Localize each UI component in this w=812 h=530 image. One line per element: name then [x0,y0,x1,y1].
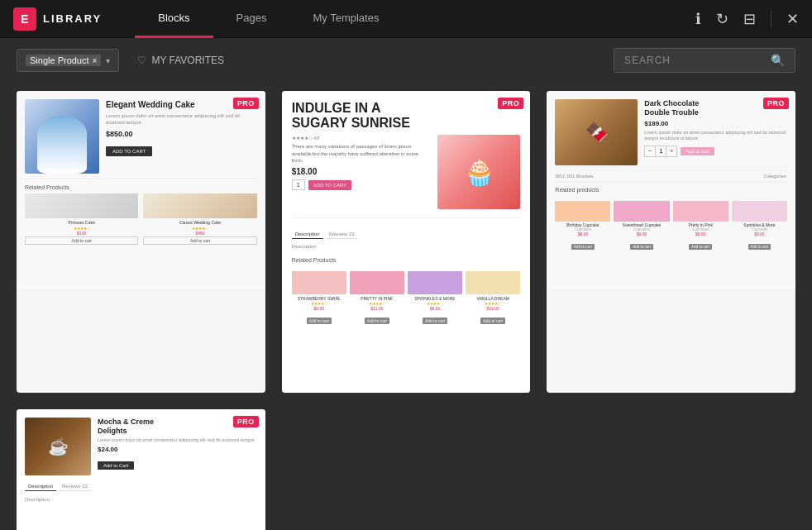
refresh-icon[interactable]: ↻ [716,10,728,28]
search-icon[interactable]: 🔍 [771,54,785,67]
add-to-cart-btn-1[interactable]: ADD TO CART [106,146,152,156]
tab-blocks[interactable]: Blocks [135,0,213,38]
card2-cart-btn[interactable]: ADD TO CART [308,180,351,190]
related-name-2: Classic Wedding Cake [143,220,256,225]
card2-desc: There are many variations of passages of… [292,143,430,164]
card2-divider [292,217,521,218]
card2-rating: ★★★★☆ 48 [292,135,430,141]
card2-related-grid: STRAWBERRY SWIRL ★★★★☆ $9.00 Add to cart… [292,271,521,326]
card2-rel-price-4: $10.00 [466,306,520,311]
qty-plus-icon[interactable]: + [666,146,676,156]
tab-my-templates[interactable]: My Templates [289,0,402,38]
content-area: PRO Elegant Wedding Cake Lorem ipsum dol… [0,83,812,530]
card3-preview: 🍫 Dark ChocolateDouble Trouble $189.00 L… [547,91,795,289]
card2-qty-cart: 1 ADD TO CART [292,179,430,190]
related-items-1: Princess Cake ★★★★☆ $120 Add to cart Cla… [25,193,257,245]
card2-rel-price-3: $8.00 [408,306,462,311]
card2-rel-img-1 [292,271,346,294]
card3-rel-price-3: $9.00 [673,232,728,236]
card3-rel-btn-1[interactable]: Add to cart [571,244,595,250]
related-name-1: Princess Cake [25,220,138,225]
header: E LIBRARY Blocks Pages My Templates ℹ ↻ … [0,0,812,38]
filter-dropdown[interactable]: Single Product × ▾ [17,49,119,72]
card1-related: Related Products Princess Cake ★★★★☆ $12… [25,179,257,245]
pro-badge-1: PRO [233,98,259,109]
card3-qty-stepper[interactable]: − 1 + [644,146,677,157]
card2-rel-btn-1[interactable]: Add to cart [307,318,332,324]
card3-categories: Categories: [764,174,787,179]
card2-preview: INDULGE IN ASUGARY SUNRISE ★★★★☆ 48 Ther… [282,91,531,393]
card2-related-title: Related Products [292,257,521,263]
card3-rel-img-1 [555,201,610,222]
card2-price: $18.00 [292,167,430,176]
card2-rel-btn-2[interactable]: Add to cart [365,318,389,324]
tag-close-icon[interactable]: × [93,56,98,65]
card2-right: 🧁 [437,135,520,209]
template-card-1[interactable]: PRO Elegant Wedding Cake Lorem ipsum dol… [17,91,265,393]
cake-image [25,99,99,174]
filter-tag: Single Product × [26,55,101,66]
card3-rel-btn-3[interactable]: Add to cart [689,244,712,250]
toolbar: Single Product × ▾ ♡ MY FAVORITES 🔍 [0,38,812,83]
card2-rel-btn-3[interactable]: Add to cart [423,318,447,324]
card3-rel-1: Birthday Cupcake Cupcakes $8.00 Add to c… [555,201,610,251]
card3-meta-bar: SKU: 001 Reviews Categories: [555,170,787,182]
card2-rel-img-4 [466,271,520,294]
chevron-down-icon: ▾ [106,56,110,65]
related-add-1[interactable]: Add to cart [25,236,138,245]
card2-qty[interactable]: 1 [292,179,305,190]
related-title-1: Related Products [25,184,257,190]
template-card-2[interactable]: PRO INDULGE IN ASUGARY SUNRISE ★★★★☆ 48 … [282,91,531,393]
card2-rel-price-2: $11.00 [350,306,404,311]
pro-badge-4: PRO [233,416,259,427]
card3-rel-img-2 [614,201,669,222]
card4-tab-desc[interactable]: Description [25,482,56,491]
card2-rel-img-3 [408,271,462,294]
search-area: 🔍 [614,48,795,73]
card2-tab-desc[interactable]: Description [292,230,323,239]
qty-minus-icon[interactable]: − [645,146,655,156]
card3-related-grid: Birthday Cupcake Cupcakes $8.00 Add to c… [555,201,787,251]
card3-rel-img-4 [732,201,787,222]
tab-pages[interactable]: Pages [213,0,290,38]
card4-preview: ☕ Mocha & CremeDelights Lorem ipsum dolo… [17,409,265,530]
card3-sku: SKU: 001 Reviews [555,174,593,179]
card4-tab-reviews[interactable]: Reviews 22 [59,482,91,491]
favorites-button[interactable]: ♡ MY FAVORITES [129,50,232,71]
card4-price: $24.00 [98,446,257,453]
info-icon[interactable]: ℹ [695,10,701,28]
card3-rel-btn-4[interactable]: Add to cart [748,244,771,250]
card2-main-content: ★★★★☆ 48 There are many variations of pa… [292,135,521,209]
card2-rel-btn-4[interactable]: Add to cart [480,318,505,324]
card4-desc: Lorem ipsum dolor sit amet consectetur a… [98,437,257,444]
card2-rel-1: STRAWBERRY SWIRL ★★★★☆ $9.00 Add to cart [292,271,346,326]
related-add-2[interactable]: Add to cart [143,236,256,245]
card4-cart-btn[interactable]: Add to Cart [98,461,134,470]
logo-text: LIBRARY [43,12,102,25]
card1-price: $850.00 [106,130,257,138]
card3-related-title: Related products [555,187,787,193]
template-card-4[interactable]: PRO ☕ Mocha & CremeDelights Lorem ipsum … [17,409,265,530]
card3-rel-btn-2[interactable]: Add to cart [630,244,653,250]
logo: E LIBRARY [13,7,102,31]
card3-rel-price-2: $9.00 [614,232,669,236]
card2-tab-reviews[interactable]: Reviews 23 [326,230,358,239]
card2-left: ★★★★☆ 48 There are many variations of pa… [292,135,430,209]
pro-badge-2: PRO [498,98,523,109]
card2-rel-3: SPRINKLES & MORE ★★★★☆ $8.00 Add to cart [408,271,462,326]
card3-rel-img-3 [673,201,728,222]
template-card-3[interactable]: PRO 🍫 Dark ChocolateDouble Trouble $189.… [547,91,795,393]
card3-cart-btn[interactable]: Add to cart [681,147,714,155]
logo-icon: E [13,7,36,31]
card3-info: Dark ChocolateDouble Trouble $189.00 Lor… [644,99,787,165]
header-divider [771,11,771,27]
card3-hero: 🍫 Dark ChocolateDouble Trouble $189.00 L… [555,99,787,165]
related-img-2 [143,193,256,218]
search-input[interactable] [624,55,764,66]
close-icon[interactable]: ✕ [786,10,799,28]
save-icon[interactable]: ⊟ [743,10,756,28]
card3-rel-3: Pretty in Pink Cupcakes $9.00 Add to car… [673,201,728,251]
choc-image: 🍫 [555,99,638,165]
mocha-image: ☕ [25,418,91,475]
cake-shape [37,116,87,174]
